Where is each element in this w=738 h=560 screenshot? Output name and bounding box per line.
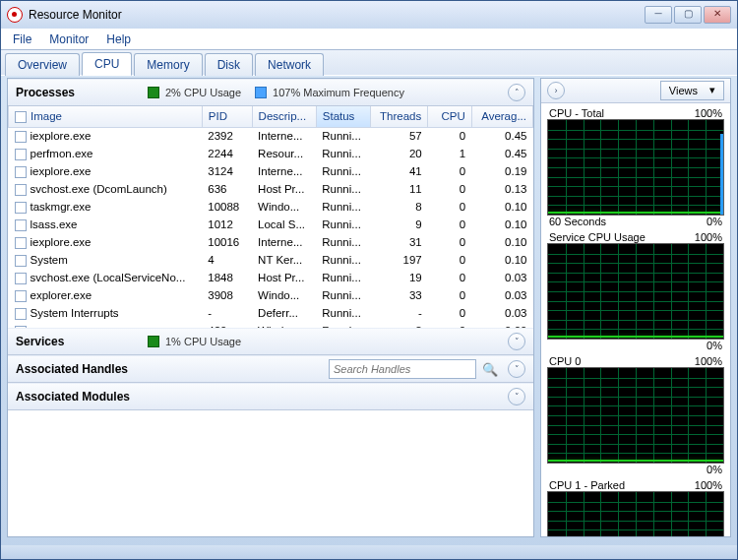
col-cpu[interactable]: CPU bbox=[428, 106, 471, 127]
chart-axis-left: 60 Seconds bbox=[549, 216, 606, 227]
col-pid[interactable]: PID bbox=[202, 106, 252, 127]
select-all-checkbox[interactable] bbox=[15, 111, 27, 123]
menubar: File Monitor Help bbox=[1, 29, 737, 50]
chart-title: CPU - Total bbox=[549, 107, 604, 119]
maximize-button[interactable]: ▢ bbox=[674, 6, 702, 24]
window-controls: ─ ▢ ✕ bbox=[645, 6, 731, 24]
modules-title: Associated Modules bbox=[16, 390, 130, 404]
tab-network[interactable]: Network bbox=[255, 53, 324, 76]
row-checkbox[interactable] bbox=[15, 308, 27, 320]
close-button[interactable]: ✕ bbox=[704, 6, 731, 24]
row-checkbox[interactable] bbox=[15, 219, 27, 231]
chart-canvas bbox=[547, 491, 724, 536]
table-row[interactable]: lsass.exe1012Local S...Runni...900.10 bbox=[9, 216, 533, 233]
right-pane: › Views ▾ CPU - Total100%60 Seconds0%Ser… bbox=[540, 78, 731, 537]
cpu-usage-metric: 2% CPU Usage bbox=[148, 87, 241, 98]
col-description[interactable]: Descrip... bbox=[252, 106, 316, 127]
tab-memory[interactable]: Memory bbox=[134, 53, 202, 76]
chart-block: Service CPU Usage100%0% bbox=[547, 231, 724, 351]
views-label: Views bbox=[669, 85, 698, 96]
row-checkbox[interactable] bbox=[15, 290, 27, 302]
row-checkbox[interactable] bbox=[15, 237, 27, 249]
row-checkbox[interactable] bbox=[15, 166, 27, 178]
search-icon[interactable]: 🔍 bbox=[482, 361, 498, 377]
table-row[interactable]: System4NT Ker...Runni...19700.10 bbox=[9, 251, 533, 269]
tab-overview[interactable]: Overview bbox=[5, 53, 80, 76]
left-pane: Processes 2% CPU Usage 107% Maximum Freq… bbox=[7, 78, 534, 537]
main-area: Processes 2% CPU Usage 107% Maximum Freq… bbox=[7, 78, 731, 537]
processes-header[interactable]: Processes 2% CPU Usage 107% Maximum Freq… bbox=[8, 79, 533, 106]
minimize-button[interactable]: ─ bbox=[645, 6, 672, 24]
chart-block: CPU - Total100%60 Seconds0% bbox=[547, 107, 724, 227]
table-row[interactable]: iexplore.exe2392Interne...Runni...5700.4… bbox=[9, 127, 533, 145]
processes-collapse-button[interactable]: ˄ bbox=[508, 84, 525, 101]
menu-file[interactable]: File bbox=[5, 31, 39, 48]
table-row[interactable]: iexplore.exe10016Interne...Runni...3100.… bbox=[9, 233, 533, 251]
views-button[interactable]: Views ▾ bbox=[660, 81, 724, 100]
chart-max-label: 100% bbox=[695, 479, 722, 491]
chart-max-label: 100% bbox=[695, 231, 722, 243]
chart-axis-right: 0% bbox=[707, 464, 722, 475]
processes-header-row: Image PID Descrip... Status Threads CPU … bbox=[9, 106, 533, 127]
processes-table-wrap[interactable]: Image PID Descrip... Status Threads CPU … bbox=[8, 106, 533, 328]
col-threads[interactable]: Threads bbox=[370, 106, 427, 127]
app-icon bbox=[7, 7, 23, 23]
table-row[interactable]: svchost.exe (LocalServiceNo...1848Host P… bbox=[9, 269, 533, 286]
chart-title: CPU 0 bbox=[549, 355, 581, 367]
right-pane-collapse-button[interactable]: › bbox=[547, 82, 565, 99]
chart-axis-right: 0% bbox=[707, 340, 722, 351]
empty-area bbox=[8, 410, 533, 536]
table-row[interactable]: svchost.exe (DcomLaunch)636Host Pr...Run… bbox=[9, 180, 533, 198]
col-average[interactable]: Averag... bbox=[471, 106, 532, 127]
cpu-usage-swatch-icon bbox=[148, 87, 159, 98]
chart-block: CPU 0100%0% bbox=[547, 355, 724, 475]
row-checkbox[interactable] bbox=[15, 273, 27, 284]
search-handles-input[interactable] bbox=[329, 359, 476, 379]
col-image[interactable]: Image bbox=[9, 106, 203, 127]
modules-expand-button[interactable]: ˅ bbox=[508, 388, 525, 405]
table-row[interactable]: System Interrupts-Deferr...Runni...-00.0… bbox=[9, 304, 533, 322]
table-row[interactable]: taskmgr.exe10088Windo...Runni...800.10 bbox=[9, 198, 533, 216]
services-header[interactable]: Services 1% CPU Usage ˅ bbox=[8, 328, 533, 355]
handles-expand-button[interactable]: ˅ bbox=[508, 360, 525, 378]
resource-monitor-window: Resource Monitor ─ ▢ ✕ File Monitor Help… bbox=[0, 0, 738, 560]
right-pane-header: › Views ▾ bbox=[541, 79, 730, 103]
table-row[interactable]: explorer.exe3908Windo...Runni...3300.03 bbox=[9, 286, 533, 304]
row-checkbox[interactable] bbox=[15, 149, 27, 160]
max-freq-swatch-icon bbox=[255, 87, 267, 98]
titlebar[interactable]: Resource Monitor ─ ▢ ✕ bbox=[1, 1, 737, 29]
tab-cpu[interactable]: CPU bbox=[82, 52, 132, 76]
table-row[interactable]: iexplore.exe3124Interne...Runni...4100.1… bbox=[9, 162, 533, 180]
handles-title: Associated Handles bbox=[16, 362, 128, 376]
chart-canvas bbox=[547, 119, 724, 216]
row-checkbox[interactable] bbox=[15, 255, 27, 267]
processes-title: Processes bbox=[16, 86, 134, 99]
handles-header[interactable]: Associated Handles 🔍 ˅ bbox=[8, 355, 533, 383]
chart-axis-right: 0% bbox=[707, 216, 722, 227]
row-checkbox[interactable] bbox=[15, 184, 27, 196]
modules-header[interactable]: Associated Modules ˅ bbox=[8, 383, 533, 410]
col-status[interactable]: Status bbox=[316, 106, 370, 127]
services-title: Services bbox=[16, 335, 134, 348]
row-checkbox[interactable] bbox=[15, 202, 27, 214]
chart-max-label: 100% bbox=[695, 107, 722, 119]
cpu-usage-text: 2% CPU Usage bbox=[165, 87, 241, 98]
processes-table: Image PID Descrip... Status Threads CPU … bbox=[8, 106, 533, 328]
row-checkbox[interactable] bbox=[15, 131, 27, 143]
chart-max-label: 100% bbox=[695, 355, 722, 367]
window-title: Resource Monitor bbox=[29, 8, 122, 22]
chart-title: Service CPU Usage bbox=[549, 231, 646, 243]
charts-list[interactable]: CPU - Total100%60 Seconds0%Service CPU U… bbox=[541, 103, 730, 536]
tab-strip: Overview CPU Memory Disk Network bbox=[1, 50, 737, 76]
services-expand-button[interactable]: ˅ bbox=[508, 333, 525, 350]
tab-disk[interactable]: Disk bbox=[205, 53, 253, 76]
table-row[interactable]: perfmon.exe2244Resour...Runni...2010.45 bbox=[9, 145, 533, 162]
services-cpu-metric: 1% CPU Usage bbox=[148, 336, 241, 347]
menu-help[interactable]: Help bbox=[98, 31, 139, 48]
chart-title: CPU 1 - Parked bbox=[549, 479, 625, 491]
statusbar bbox=[1, 545, 737, 559]
chart-canvas bbox=[547, 243, 724, 340]
max-freq-text: 107% Maximum Frequency bbox=[273, 87, 404, 98]
menu-monitor[interactable]: Monitor bbox=[41, 31, 96, 48]
chart-block: CPU 1 - Parked100% bbox=[547, 479, 724, 536]
